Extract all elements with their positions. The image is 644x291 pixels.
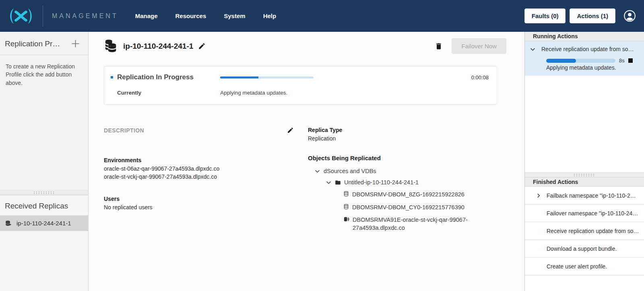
users-block: Users No replicated users [104,196,294,211]
environments-block: Environments oracle-st-06az-qar-99067-27… [104,157,294,181]
chevron-right-icon[interactable] [536,193,541,198]
running-action-label: Receive replication update from so… [541,46,634,52]
database-icon [343,191,349,197]
drag-dots-icon [33,191,56,194]
add-profile-button[interactable] [69,37,82,50]
received-replicas-section: Received Replicas ip-10-110-244-241-1 [0,195,88,291]
drag-dots-icon [573,173,596,176]
replica-item-label: ip-10-110-244-241-1 [17,220,71,227]
running-action-item[interactable]: Receive replication update from so… 8s A… [525,41,644,76]
sidebar-spacer [0,94,88,190]
elapsed-time: 0:00:08 [471,74,489,80]
sidebar-item-received-replica[interactable]: ip-10-110-244-241-1 [0,215,88,231]
replica-type-value: Replication [308,134,524,142]
delphix-logo-icon [6,7,36,25]
database-icon [343,204,349,210]
panel-spacer [525,76,644,172]
main-panel: ip-10-110-244-241-1 Failover Now R [89,32,524,291]
chevron-down-icon[interactable] [314,168,320,174]
objects-heading: Objects Being Replicated [308,155,524,161]
tree-group-label: dSources and VDBs [324,168,376,174]
main-menu: Manage Resources System Help [135,12,276,19]
replication-profiles-header: Replication Pr… [0,32,88,55]
content-area: Replication Pr… To create a new Replicat… [0,32,644,291]
page-title: ip-10-110-244-241-1 [123,42,193,51]
actions-panel: Running Actions Receive replication upda… [524,32,644,291]
faults-button[interactable]: Faults (0) [524,8,566,23]
environment-item: oracle-st-06az-qar-99067-27a4593a.dlpxdc… [104,165,294,173]
finished-action-label: Failover namespace "ip-10-110-24… [547,210,638,217]
finished-action-label: Download a support bundle. [547,246,617,252]
environments-heading: Environments [104,157,294,163]
edit-title-pencil-icon[interactable] [198,42,206,50]
status-bullet-icon [111,76,113,78]
actions-button[interactable]: Actions (1) [570,8,615,23]
edit-description-pencil-icon[interactable] [287,127,294,134]
currently-value: Applying metadata updates. [220,90,489,96]
replication-profiles-title: Replication Pr… [5,39,60,48]
navbar-right: Faults (0) Actions (1) [524,8,636,23]
failover-now-button: Failover Now [452,38,506,54]
menu-item-manage[interactable]: Manage [135,12,158,19]
tree-leaf-vdb[interactable]: DBOMSRMV-DBOM_8ZG-1692215922826 [308,190,524,198]
menu-item-system[interactable]: System [224,12,245,19]
panel-bottom-spacer [525,275,644,291]
menu-item-resources[interactable]: Resources [175,12,206,19]
users-heading: Users [104,196,294,202]
dsource-icon [343,216,349,222]
tree-leaf-label: DBOMSRMVA91E-oracle-st-vckj-qar-99067-27… [353,216,471,232]
header-actions: Failover Now [435,38,506,54]
tree-leaf-label: DBOMSRMV-DBOM_8ZG-1692215922826 [352,190,464,198]
replication-progress-card: Replication In Progress 0:00:08 Currentl… [104,66,497,105]
running-actions-header: Running Actions [525,32,644,41]
menu-item-help[interactable]: Help [263,12,277,19]
chevron-down-icon[interactable] [530,46,536,52]
tree-folder-label: Untitled-ip-10-110-244-241-1 [344,179,419,186]
progress-bar-fill [220,76,258,78]
tree-leaf-dsource[interactable]: DBOMSRMVA91E-oracle-st-vckj-qar-99067-27… [308,216,524,232]
details-section: DESCRIPTION Environments oracle-st-06az-… [104,127,524,236]
panel-resize-handle[interactable] [525,172,644,177]
finished-action-item[interactable]: Download a support bundle. [525,240,644,258]
brand-divider [43,6,43,27]
finished-action-label: Create user alert profile. [547,263,607,270]
finished-action-label: Failback namespace "ip-10-110-2… [547,192,636,199]
users-value: No replicated users [104,203,294,211]
running-action-status: Applying metadata updates. [546,64,638,71]
replica-database-icon [5,220,12,227]
folder-icon [335,180,341,186]
tree-leaf-vdb[interactable]: DBOMSRMV-DBOM_CY0-1692215776390 [308,203,524,211]
tree-leaf-label: DBOMSRMV-DBOM_CY0-1692215776390 [352,203,464,211]
description-heading: DESCRIPTION [104,127,144,134]
progress-bar-fill [546,59,576,63]
running-action-progress-bar [546,59,615,63]
tree-folder-untitled[interactable]: Untitled-ip-10-110-244-241-1 [308,179,524,186]
left-sidebar: Replication Pr… To create a new Replicat… [0,32,89,291]
finished-action-item[interactable]: Receive replication update from so… [525,222,644,240]
finished-action-item[interactable]: Failback namespace "ip-10-110-2… [525,187,644,204]
replica-type-heading: Replica Type [308,127,524,133]
objects-tree: dSources and VDBs Untitled-ip-10-110-244… [308,168,524,232]
received-replicas-title: Received Replicas [0,195,88,215]
finished-action-label: Receive replication update from so… [547,228,639,234]
currently-label: Currently [111,90,220,96]
details-left-column: DESCRIPTION Environments oracle-st-06az-… [104,127,294,236]
status-text: Replication In Progress [117,73,194,81]
progress-status: Replication In Progress [111,73,220,81]
empty-profiles-hint: To create a new Replication Profile clic… [0,55,88,94]
top-navbar: MANAGEMENT Manage Resources System Help … [0,0,644,32]
stop-action-icon[interactable] [628,58,633,63]
sidebar-resize-handle[interactable] [0,190,88,195]
tree-group-dsources-vdbs[interactable]: dSources and VDBs [308,168,524,174]
database-stack-icon [104,39,118,54]
main-header: ip-10-110-244-241-1 Failover Now [89,32,524,54]
replication-progress-bar [220,76,314,78]
running-elapsed-time: 8s [619,58,625,64]
finished-action-item[interactable]: Failover namespace "ip-10-110-24… [525,204,644,222]
delete-trash-icon[interactable] [435,42,443,51]
chevron-down-icon[interactable] [326,180,332,186]
user-avatar-icon[interactable] [623,10,636,22]
finished-action-item[interactable]: Create user alert profile. [525,258,644,275]
brand-name: MANAGEMENT [52,12,118,20]
finished-actions-header: Finished Actions [525,177,644,187]
